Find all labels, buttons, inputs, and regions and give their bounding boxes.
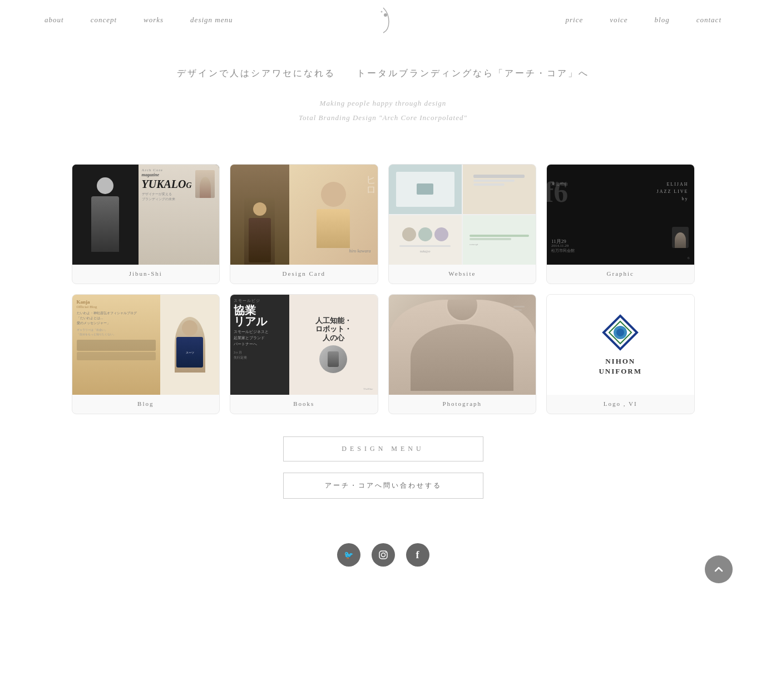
nav-concept[interactable]: concept: [91, 16, 117, 24]
hero-en-line2: Total Branding Design "Arch Core Incorpo…: [0, 111, 766, 125]
work-img-jibunshi: Arch Core magazine YUKALOG デザイナーが変えるブランデ…: [72, 165, 220, 265]
work-img-blog: Kanja Official Blog たいわよ・神社昌弘オフィシャルブログ「た…: [72, 295, 220, 395]
work-card-logo[interactable]: NIHONUNIFORM Logo , VI: [546, 294, 695, 414]
svg-point-5: [616, 329, 624, 336]
nav-left: about concept works design menu: [45, 16, 233, 24]
svg-point-1: [380, 11, 382, 12]
work-img-logo: NIHONUNIFORM: [547, 295, 694, 395]
hero-section: デザインで人はシアワセになれる トータルブランディングなら「アーチ・コア」へ M…: [0, 34, 766, 142]
work-label-blog: Blog: [137, 395, 154, 414]
work-label-photograph: Photograph: [442, 395, 482, 414]
logo-vi-icon: [601, 313, 640, 352]
work-label-books: Books: [293, 395, 314, 414]
hero-en-text: Making people happy through design Total…: [0, 96, 766, 125]
design-menu-button[interactable]: DESIGN MENU: [283, 436, 483, 461]
back-to-top-button[interactable]: [705, 555, 733, 583]
nav-about[interactable]: about: [45, 16, 64, 24]
cta-buttons: DESIGN MENU アーチ・コアへ問い合わせする: [0, 436, 766, 499]
work-card-designcard[interactable]: hiro kawara ヒロ Design Card: [230, 164, 378, 284]
work-img-graphic: f6 ELIJAHJAZZ LIVEby 東北 仙台 11月29 2014.11…: [547, 165, 694, 265]
svg-point-7: [381, 553, 385, 557]
work-card-blog[interactable]: Kanja Official Blog たいわよ・神社昌弘オフィシャルブログ「た…: [72, 294, 220, 414]
svg-point-8: [385, 552, 386, 553]
footer: 🐦 f: [0, 527, 766, 600]
twitter-icon[interactable]: 🐦: [337, 543, 360, 567]
nav-blog[interactable]: blog: [655, 16, 670, 24]
work-label-graphic: Graphic: [607, 265, 634, 284]
work-label-designcard: Design Card: [283, 265, 325, 284]
nav-voice[interactable]: voice: [610, 16, 627, 24]
work-label-website: Website: [448, 265, 476, 284]
svg-point-0: [384, 13, 387, 17]
work-img-photograph: [389, 295, 536, 395]
nav-right: price voice blog contact: [565, 16, 721, 24]
social-icons: 🐦 f: [337, 543, 429, 567]
logo-nihon-label: NIHONUNIFORM: [599, 356, 642, 376]
work-card-graphic[interactable]: f6 ELIJAHJAZZ LIVEby 東北 仙台 11月29 2014.11…: [546, 164, 695, 284]
site-logo[interactable]: [369, 5, 397, 36]
work-label-jibunshi: Jibun-shi: [129, 265, 162, 284]
contact-button[interactable]: アーチ・コアへ問い合わせする: [283, 473, 483, 499]
hero-jp-text: デザインで人はシアワセになれる トータルブランディングなら「アーチ・コア」へ: [0, 68, 766, 80]
work-card-jibunshi[interactable]: Arch Core magazine YUKALOG デザイナーが変えるブランデ…: [72, 164, 220, 284]
work-card-photograph[interactable]: Photograph: [388, 294, 537, 414]
works-grid: Arch Core magazine YUKALOG デザイナーが変えるブランデ…: [61, 164, 706, 414]
nav-design-menu[interactable]: design menu: [190, 16, 233, 24]
work-label-logo: Logo , VI: [604, 395, 637, 414]
nav-works[interactable]: works: [144, 16, 164, 24]
main-nav: about concept works design menu price vo…: [0, 0, 766, 34]
work-img-designcard: hiro kawara ヒロ: [230, 165, 378, 265]
nav-price[interactable]: price: [565, 16, 583, 24]
work-img-website: nakajyo concept: [389, 165, 536, 265]
nav-contact[interactable]: contact: [696, 16, 721, 24]
facebook-icon[interactable]: f: [406, 543, 429, 567]
instagram-icon[interactable]: [372, 543, 395, 567]
work-card-books[interactable]: スモールビジ 協業リアル スモールビジネスと起業家とブランドパートナーへ 3ヶ月…: [230, 294, 378, 414]
work-img-books: スモールビジ 協業リアル スモールビジネスと起業家とブランドパートナーへ 3ヶ月…: [230, 295, 378, 395]
work-card-website[interactable]: nakajyo concept Website: [388, 164, 537, 284]
hero-en-line1: Making people happy through design: [0, 96, 766, 111]
